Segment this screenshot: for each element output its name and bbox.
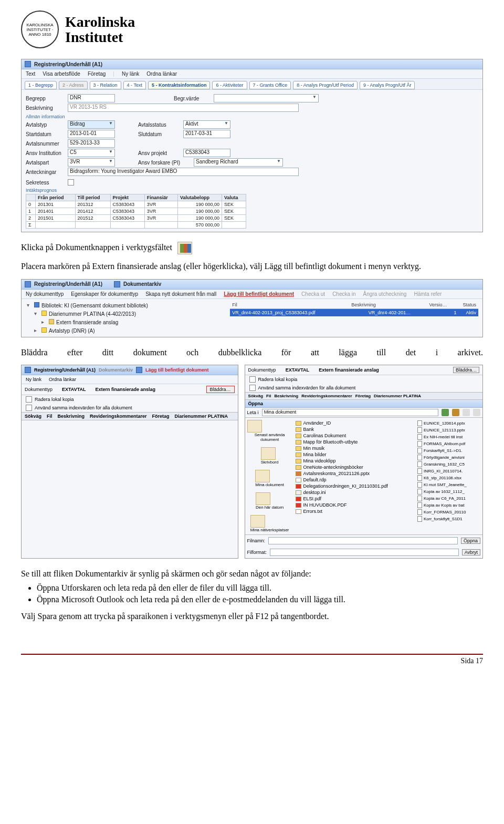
file-icon [296, 478, 301, 482]
table-row[interactable]: 2201501201512C53830433VR190 000,00SEK [26, 215, 246, 222]
tree-node[interactable]: Bibliotek: KI (Gemensamt dokument biblio… [26, 301, 225, 310]
menu-item[interactable]: Text [26, 71, 35, 77]
list-item[interactable]: ELSI.pdf [296, 496, 414, 502]
filename-field[interactable] [268, 537, 458, 544]
list-item[interactable]: Förtydligande_anvisni [417, 454, 480, 461]
list-item[interactable]: Avtalsreskontra_20121126.pptx [296, 470, 414, 477]
list-item[interactable]: Kopia av 1632_1112_ [417, 488, 480, 495]
menu-item[interactable]: Egenskaper för dokumenttyp [71, 291, 138, 297]
list-item[interactable]: FORMAS_Ahlbom.pdf [417, 440, 480, 447]
tree-node[interactable]: Diarienummer PLATINA (4-402/2013) [33, 310, 225, 318]
desktop-icon[interactable] [261, 447, 276, 460]
filetype-field[interactable] [270, 549, 459, 556]
file-icon [417, 516, 422, 522]
list-item[interactable]: Min musik [296, 445, 414, 451]
list-item[interactable]: Errors.txt [296, 508, 414, 514]
list-item[interactable]: EUNICE_121113.pptx [417, 427, 480, 434]
up-icon[interactable] [452, 409, 459, 416]
begrvarde-field[interactable] [214, 94, 319, 102]
tab-analys-ar[interactable]: 9 - Analys Progn/Utf År [360, 81, 415, 89]
avtalspart-field[interactable]: 3VR [68, 158, 115, 167]
list-item[interactable]: Använder_ID [296, 420, 414, 426]
tab-begrepp[interactable]: 1 - Begrepp [25, 81, 57, 89]
menu-item[interactable]: Ordna länkar [146, 71, 177, 77]
table-row[interactable]: 0201301201312C53830433VR190 000,00SEK [26, 201, 246, 208]
menu-item[interactable]: Företag [88, 71, 106, 77]
new-folder-icon[interactable] [463, 409, 470, 416]
avtalstyp-field[interactable]: Bidrag [68, 120, 115, 129]
menu-item-highlighted[interactable]: Lägg till befintligt dokument [224, 291, 294, 297]
recent-icon[interactable] [247, 420, 262, 432]
list-item[interactable]: Forskarflytt_S1->D1. [417, 447, 480, 454]
list-item[interactable]: Ex NIH-medel till inst [417, 434, 480, 440]
sekretess-checkbox[interactable] [68, 179, 74, 186]
menu-item[interactable]: Ny länk [122, 71, 139, 77]
header-logo: KAROLINSKA INSTITUTET · ANNO 1810 Karoli… [21, 11, 483, 48]
list-item[interactable]: Mapp för Bluetooth-utbyte [296, 439, 414, 445]
menu-item[interactable]: Ordna länkar [49, 377, 76, 382]
location-field[interactable]: Mina dokument [262, 409, 438, 416]
browse-button[interactable]: Bläddra… [206, 386, 235, 393]
list-item[interactable]: Default.rdp [296, 477, 414, 483]
tree-node[interactable]: Avtalstyp (DNR) (A) [33, 326, 225, 335]
list-item[interactable]: Korr_forskflytt_S1D1 [417, 516, 480, 522]
tab-grants-office[interactable]: 7 - Grants Office [249, 81, 291, 89]
computer-icon[interactable] [256, 492, 270, 505]
list-item[interactable]: KI mot SMT_Jeanette_ [417, 481, 480, 488]
anteckningar-field[interactable]: Bidragsform: Young Investigator Award EM… [68, 168, 299, 176]
avtalsnummer-field[interactable]: 529-2013-33 [68, 139, 115, 148]
beskrivning-field[interactable]: VR 2013-15 RS [68, 104, 299, 112]
list-item[interactable]: IN HUVUDBOK.PDF [296, 502, 414, 508]
ansv-projekt-field[interactable]: C5383043 [183, 149, 230, 157]
tab-text[interactable]: 4 - Text [123, 81, 146, 89]
startdatum-field[interactable]: 2013-01-01 [68, 130, 115, 138]
tree-node-selected[interactable]: Extern finansierade anslag [40, 318, 225, 326]
menu-item[interactable]: Ny länk [26, 377, 41, 382]
instruction-para-3: Se till att fliken Dokumentarkiv är synl… [21, 568, 483, 580]
browse-button[interactable]: Bläddra… [453, 367, 479, 373]
back-icon[interactable] [442, 409, 449, 416]
list-item[interactable]: Korr_FORMAS_20110 [417, 509, 480, 516]
list-item[interactable]: Mina bilder [296, 451, 414, 458]
tab-kontraktsinformation[interactable]: 5 - Kontraktsinformation [148, 81, 211, 89]
list-item[interactable]: EUNICE_120614.pptx [417, 420, 480, 427]
list-item[interactable]: Carolinas Dokument [296, 432, 414, 439]
list-item[interactable]: Delegationsordningen_KI_20110301.pdf [296, 483, 414, 489]
tab-adress[interactable]: 2 - Adress [59, 81, 88, 89]
menubar: Ny länk Ordna länkar [22, 375, 238, 384]
my-documents-icon[interactable] [255, 470, 270, 482]
ansv-forskare-field[interactable]: Sandberg Richard [194, 158, 283, 167]
table-row[interactable]: 1201401201412C53830433VR190 000,00SEK [26, 208, 246, 215]
list-item[interactable]: Granskning_1632_C5 [417, 461, 480, 468]
file-list-header: Fil Beskrivning Versio… Status [230, 301, 478, 309]
list-item[interactable]: desktop.ini [296, 489, 414, 496]
list-item[interactable]: K6_stp_201106.xlsx [417, 475, 480, 481]
network-icon[interactable] [250, 515, 265, 528]
screenshot-document-archive: Registrering/Underhåll (A1) Dokumentarki… [21, 279, 483, 337]
tab-relation[interactable]: 3 - Relation [90, 81, 121, 89]
list-item[interactable]: Mina videoklipp [296, 458, 414, 464]
tab-analys-period[interactable]: 8 - Analys Progn/Utf Period [293, 81, 358, 89]
slutdatum-field[interactable]: 2017-03-31 [183, 130, 230, 138]
open-button[interactable]: Öppna [461, 538, 480, 544]
menu-item[interactable]: Visa arbetsflöde [43, 71, 80, 77]
ansv-institution-field[interactable]: C5 [68, 149, 115, 157]
list-item[interactable]: Bank [296, 426, 414, 432]
list-item[interactable]: Kopia av C6_FA_2011 [417, 495, 480, 502]
begrepp-field[interactable]: DNR [68, 94, 115, 102]
views-icon[interactable] [473, 409, 480, 416]
checkbox-delete-local[interactable] [26, 396, 32, 403]
checkbox-same-index[interactable] [249, 385, 256, 391]
avtalsstatus-field[interactable]: Aktivt [183, 120, 230, 129]
file-row-selected[interactable]: VR_dnr4-402-2013_proj_C5383043.pdf VR_dn… [230, 309, 478, 316]
tab-aktiviteter[interactable]: 6 - Aktiviteter [212, 81, 247, 89]
file-icon [296, 490, 301, 495]
checkbox-delete-local[interactable] [249, 376, 256, 383]
cancel-button[interactable]: Avbryt [462, 549, 480, 555]
checkbox-same-index[interactable] [26, 405, 32, 411]
list-item[interactable]: OneNote-anteckningsböcker [296, 464, 414, 470]
list-item[interactable]: Kopia av Kopis av bat [417, 502, 480, 509]
list-item[interactable]: INRG_KI_20110714. [417, 468, 480, 475]
menu-item[interactable]: Skapa nytt dokument från mall [145, 291, 216, 297]
menu-item[interactable]: Ny dokumenttyp [26, 291, 64, 297]
